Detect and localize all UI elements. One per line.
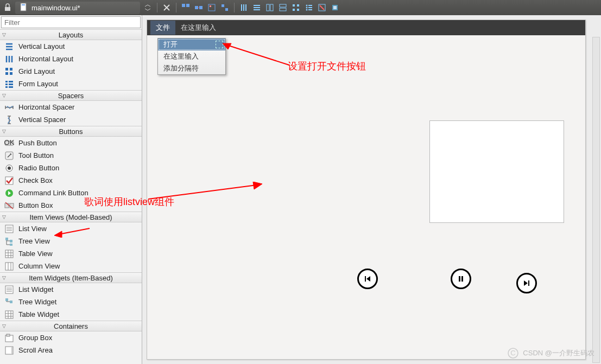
lock-icon[interactable] <box>2 2 13 13</box>
item-table-view[interactable]: Table View <box>0 247 142 260</box>
svg-rect-25 <box>297 4 299 7</box>
item-table-widget[interactable]: Table Widget <box>0 308 142 321</box>
widget-box-panel: ▽Layouts Vertical Layout Horizontal Layo… <box>0 15 142 364</box>
layout-h-splitter-icon[interactable] <box>264 2 275 13</box>
svg-rect-46 <box>5 72 8 75</box>
item-grid-layout[interactable]: Grid Layout <box>0 65 142 78</box>
svg-text:OK: OK <box>4 138 14 146</box>
pause-button[interactable] <box>451 269 471 289</box>
layout-vertical-icon[interactable] <box>251 2 262 13</box>
item-list-widget[interactable]: List Widget <box>0 283 142 296</box>
item-scroll-area[interactable]: Scroll Area <box>0 344 142 356</box>
svg-rect-49 <box>9 81 13 82</box>
category-item-widgets[interactable]: ▽Item Widgets (Item-Based) <box>0 272 142 283</box>
svg-rect-27 <box>297 9 299 11</box>
menu-item-type-here[interactable]: 在这里输入 <box>175 21 222 35</box>
item-form-layout[interactable]: Form Layout <box>0 78 142 90</box>
svg-rect-51 <box>9 84 13 85</box>
svg-rect-20 <box>267 4 269 11</box>
prev-button[interactable] <box>357 269 378 289</box>
item-tree-widget[interactable]: Tree Widget <box>0 296 142 308</box>
dropdown-item-type-here[interactable]: 在这里输入 <box>158 50 225 62</box>
push-button-icon: OK <box>4 138 14 148</box>
svg-rect-11 <box>210 5 211 7</box>
svg-point-28 <box>306 5 308 7</box>
toolbar-separator <box>157 3 157 12</box>
svg-rect-91 <box>7 334 10 336</box>
layout-grid-icon[interactable] <box>290 2 301 13</box>
command-link-icon <box>4 188 14 198</box>
category-spacers[interactable]: ▽Spacers <box>0 90 142 101</box>
svg-rect-94 <box>365 276 366 282</box>
dropdown-item-open[interactable]: 打开 <box>158 39 225 50</box>
item-radio-button[interactable]: Radio Button <box>0 162 142 174</box>
file-menu-dropdown: 打开 在这里输入 添加分隔符 <box>157 38 226 75</box>
adjust-size-icon[interactable] <box>330 2 340 13</box>
svg-rect-37 <box>333 6 337 9</box>
edit-tab-order-icon[interactable] <box>219 2 230 13</box>
svg-rect-32 <box>308 7 312 8</box>
toolbar-separator <box>234 3 235 12</box>
next-button[interactable] <box>516 273 537 293</box>
item-vertical-layout[interactable]: Vertical Layout <box>0 40 142 53</box>
item-push-button[interactable]: OKPush Button <box>0 137 142 149</box>
svg-rect-6 <box>186 4 189 7</box>
close-icon[interactable] <box>161 2 172 13</box>
svg-rect-44 <box>5 68 8 71</box>
list-view-widget[interactable] <box>429 120 564 223</box>
item-tree-view[interactable]: Tree View <box>0 235 142 247</box>
svg-rect-76 <box>5 263 13 270</box>
table-view-icon <box>4 249 14 259</box>
item-vertical-spacer[interactable]: Vertical Spacer <box>0 113 142 126</box>
item-check-box[interactable]: Check Box <box>0 174 142 187</box>
group-box-icon <box>4 333 14 343</box>
svg-point-29 <box>306 7 308 9</box>
list-view-icon <box>4 224 14 234</box>
layout-horizontal-icon[interactable] <box>238 2 249 13</box>
list-widget-icon <box>4 285 14 295</box>
file-icon <box>20 3 28 13</box>
column-view-icon <box>4 261 14 271</box>
layout-v-splitter-icon[interactable] <box>277 2 288 13</box>
category-layouts[interactable]: ▽Layouts <box>0 29 142 40</box>
dropdown-item-add-separator[interactable]: 添加分隔符 <box>158 62 225 74</box>
svg-rect-61 <box>5 203 9 208</box>
item-horizontal-layout[interactable]: Horizontal Layout <box>0 53 142 65</box>
layout-form-icon[interactable] <box>303 2 314 13</box>
svg-rect-5 <box>182 4 185 7</box>
svg-rect-33 <box>308 9 312 10</box>
tree-view-icon <box>4 237 14 246</box>
form-menu-bar: 文件 在这里输入 <box>147 20 585 35</box>
category-buttons[interactable]: ▽Buttons <box>0 126 142 137</box>
category-containers[interactable]: ▽Containers <box>0 321 142 331</box>
edit-widgets-icon[interactable] <box>180 2 191 13</box>
horizontal-layout-icon <box>4 54 14 64</box>
svg-rect-68 <box>5 238 8 240</box>
dropdown-chevron-icon[interactable] <box>142 2 153 13</box>
svg-rect-52 <box>5 86 8 88</box>
svg-rect-24 <box>293 4 295 7</box>
edit-signals-icon[interactable] <box>193 2 204 13</box>
file-tab[interactable]: mainwindow.ui* <box>15 2 140 14</box>
item-group-box[interactable]: Group Box <box>0 331 142 344</box>
svg-rect-70 <box>10 244 12 246</box>
item-horizontal-spacer[interactable]: Horizontal Spacer <box>0 101 142 113</box>
item-list-view[interactable]: List View <box>0 222 142 235</box>
watermark-text: CSDN @一介野生码农 <box>523 348 594 358</box>
annotation-listview: 歌词使用listview组件 <box>84 195 174 208</box>
svg-rect-7 <box>195 6 198 9</box>
svg-text:C: C <box>511 349 516 357</box>
item-tool-button[interactable]: Tool Button <box>0 149 142 162</box>
filter-input[interactable] <box>1 16 141 28</box>
svg-rect-96 <box>459 276 460 282</box>
vertical-layout-icon <box>4 42 14 52</box>
vertical-scrollbar[interactable] <box>592 37 600 363</box>
category-item-views[interactable]: ▽Item Views (Model-Based) <box>0 212 142 222</box>
menu-item-file[interactable]: 文件 <box>150 21 175 35</box>
svg-rect-2 <box>22 4 25 5</box>
item-column-view[interactable]: Column View <box>0 260 142 272</box>
edit-buddies-icon[interactable] <box>206 2 217 13</box>
pause-icon <box>457 274 465 283</box>
table-widget-icon <box>4 310 14 320</box>
break-layout-icon[interactable] <box>317 2 327 13</box>
